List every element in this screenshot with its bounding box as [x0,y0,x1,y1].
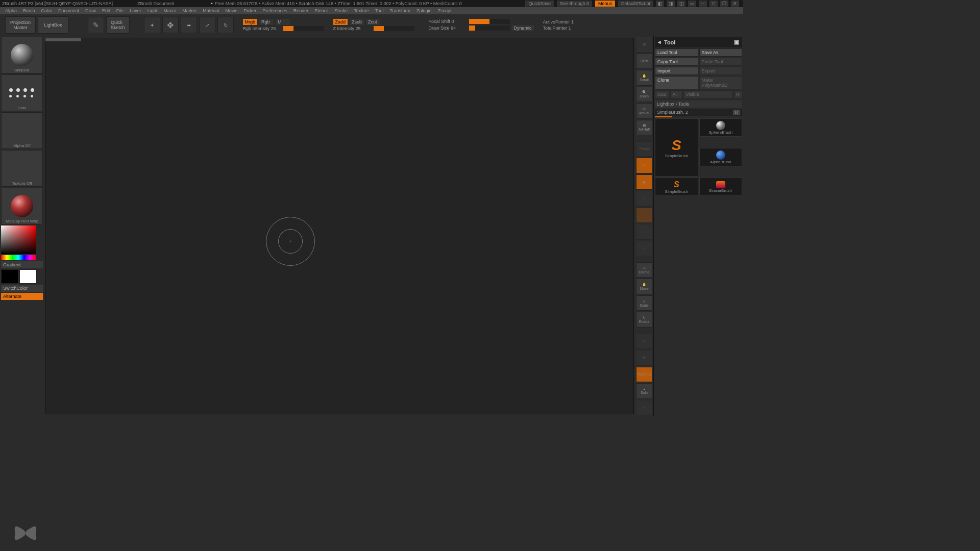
quicksave-button[interactable]: QuickSave [525,1,554,7]
m-button[interactable]: M [276,19,290,25]
mrgb-button[interactable]: Mrgb [243,19,258,25]
lazy-button[interactable]: — [636,208,652,223]
rgb-button[interactable]: Rgb [259,19,274,25]
menu-alpha[interactable]: Alpha [5,8,17,13]
seethrough-slider[interactable]: See-through 0 [557,1,592,7]
scale-nav-button[interactable]: ⤢Scale [636,295,652,311]
tool-item-alphabrush[interactable]: AlphaBrush [699,148,743,166]
draw-mode-button[interactable]: ✥ [162,17,179,33]
menu-color[interactable]: Color [41,8,53,13]
z-intensity-slider[interactable] [374,26,414,31]
import-button[interactable]: Import [655,67,698,75]
menu-draw[interactable]: Draw [85,8,96,13]
panel-close-icon[interactable]: ◂ [658,39,661,45]
scroll-button[interactable]: ✋Scroll [636,70,652,86]
solo-button[interactable]: ●Solo [636,383,652,399]
default-zscript[interactable]: DefaultZScript [618,1,653,7]
alternate-button[interactable]: Alternate [1,293,43,300]
dynamic-button[interactable]: Dynamic [512,25,534,31]
focal-shift-slider[interactable] [469,19,510,24]
menu-brush[interactable]: Brush [23,8,35,13]
xyz-button[interactable]: ⊹ [636,191,652,207]
toggle-icon[interactable]: ◧ [656,1,664,7]
maximize-icon[interactable]: □ [709,1,718,7]
alpha-thumbnail[interactable]: Alpha Off [1,112,43,149]
gradient-button[interactable]: Gradient [1,261,43,268]
goz-r-button[interactable]: R [734,90,743,98]
ghost2-button[interactable]: ○ [636,241,652,257]
tool-item-spherebrush[interactable]: SphereBrush [699,118,743,137]
edit-icon[interactable]: ✦ [144,17,160,33]
menu-material[interactable]: Material [203,8,219,13]
minimize-icon[interactable]: ─ [699,1,707,7]
rgb-intensity-slider[interactable] [283,26,324,31]
toggle-icon[interactable]: ▭ [688,1,696,7]
transp-button[interactable]: ◐ [636,350,652,366]
menu-macro[interactable]: Macro [163,8,176,13]
stroke-thumbnail[interactable]: Dots [1,74,43,111]
menu-stroke[interactable]: Stroke [334,8,348,13]
canvas[interactable]: + [45,38,634,414]
quicksketch-icon[interactable]: ✎ [88,17,104,33]
canvas-scrollbar[interactable] [45,38,81,41]
toggle-icon[interactable]: ◨ [667,1,675,7]
polyframe-button[interactable]: ⊞ [636,334,652,349]
tool-item-simplebrush[interactable]: S SimpleBrush [655,118,698,177]
zadd-button[interactable]: Zadd [333,19,348,25]
goz-all-button[interactable]: All [670,90,682,98]
color-picker[interactable] [1,226,36,260]
zcut-button[interactable]: Zcut [366,19,380,25]
move-nav-button[interactable]: ✋Move [636,279,652,294]
copy-tool-button[interactable]: Copy Tool [655,58,698,66]
menu-tool[interactable]: Tool [375,8,384,13]
menu-edit[interactable]: Edit [102,8,110,13]
frame-button[interactable]: ⊡Frame [636,262,652,278]
tool-panel-header[interactable]: ◂ Tool ▣ [655,37,742,47]
floor-button[interactable]: ⊞ [636,158,652,173]
menu-layer[interactable]: Layer [130,8,141,13]
persp-button[interactable]: Persp [636,141,652,157]
rotate-nav-button[interactable]: ↻Rotate [636,312,652,328]
restore-icon[interactable]: ❐ [720,1,728,7]
zsub-button[interactable]: Zsub [350,19,364,25]
menu-texture[interactable]: Texture [354,8,369,13]
switchcolor-button[interactable]: SwitchColor [1,285,43,292]
load-tool-button[interactable]: Load Tool [655,48,698,57]
primary-color-swatch[interactable] [19,269,37,284]
export-button[interactable]: Export [699,67,743,75]
toggle-icon[interactable]: ◫ [677,1,685,7]
menu-preferences[interactable]: Preferences [262,8,287,13]
draw-size-slider[interactable] [469,26,510,31]
lightbox-tools-header[interactable]: Lightbox › Tools [655,101,742,108]
rotate-mode-button[interactable]: ↻ [217,17,234,33]
paste-tool-button[interactable]: Paste Tool [699,58,743,66]
menu-picker[interactable]: Picker [243,8,256,13]
panel-dock-icon[interactable]: ▣ [734,39,739,45]
goz-visible-button[interactable]: Visible [683,90,733,98]
tool-item-simplebrush-2[interactable]: S SimpleBrush [655,178,698,196]
make-polymesh-button[interactable]: Make PolyMesh3D [699,76,743,89]
brush-thumbnail[interactable]: SimpleB [1,37,43,73]
menu-zplugin[interactable]: Zplugin [416,8,432,13]
secondary-color-swatch[interactable] [1,269,18,284]
lightbox-button[interactable]: LightBox [38,16,68,34]
close-icon[interactable]: ✕ [731,1,739,7]
scale-mode-button[interactable]: ⤢ [199,17,215,33]
menu-file[interactable]: File [116,8,124,13]
spix-button[interactable]: SPix [636,54,652,69]
clone-button[interactable]: Clone [655,76,698,89]
quicksketch-button[interactable]: Quick Sketch [106,16,130,34]
save-as-button[interactable]: Save As [699,48,743,57]
texture-thumbnail[interactable]: Texture Off [1,150,43,187]
menu-movie[interactable]: Movie [225,8,237,13]
projection-master-button[interactable]: Projection Master [5,16,36,34]
move-mode-button[interactable]: ⬌ [181,17,197,33]
bpr-button[interactable]: ▦ [636,37,652,53]
material-thumbnail[interactable]: MatCap Red Wax [1,188,43,224]
menu-render[interactable]: Render [293,8,309,13]
current-tool-name[interactable]: SimpleBrush. 2 R [655,109,742,116]
menu-light[interactable]: Light [148,8,158,13]
actual-button[interactable]: ⊞Actual [636,103,652,119]
menu-marker[interactable]: Marker [182,8,197,13]
zoom-button[interactable]: 🔍Zoom [636,87,652,103]
